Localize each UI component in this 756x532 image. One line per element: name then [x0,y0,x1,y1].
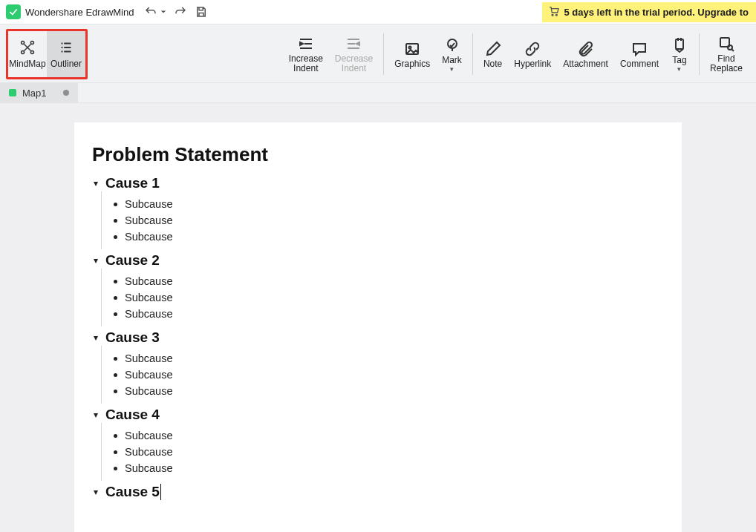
subcause-text[interactable]: Subcause [125,462,173,474]
svg-point-7 [409,46,411,48]
subcause-text[interactable]: Subcause [125,214,173,226]
bullet-icon [114,219,117,223]
trial-banner[interactable]: 5 days left in the trial period. Upgrade… [542,2,757,22]
svg-point-4 [22,50,25,53]
subcause-text[interactable]: Subcause [125,275,173,287]
workspace: Problem Statement ▾Cause 1SubcauseSubcau… [0,103,756,532]
svg-point-0 [552,14,553,16]
ribbon: MindMap Outliner Increase Indent Decreas… [0,24,756,83]
bullet-icon [114,434,117,438]
subcause-item[interactable]: Subcause [102,427,664,444]
undo-button[interactable] [144,5,157,19]
note-button[interactable]: Note [478,29,508,79]
undo-dropdown-icon[interactable] [160,5,166,19]
bullet-icon [114,296,117,300]
outline-cause: ▾Cause 2SubcauseSubcauseSubcause [92,252,664,326]
collapse-triangle-icon[interactable]: ▾ [92,410,100,420]
bullet-icon [114,203,117,206]
subcause-item[interactable]: Subcause [102,350,664,367]
subcause-item[interactable]: Subcause [102,444,664,460]
cause-title[interactable]: Cause 3 [105,329,160,346]
chevron-down-icon: ▾ [450,65,454,73]
subcause-item[interactable]: Subcause [102,383,664,399]
collapse-triangle-icon[interactable]: ▾ [92,255,100,266]
ribbon-group-indent: Increase Indent Decrease Indent [283,29,379,79]
subcause-item[interactable]: Subcause [102,306,664,322]
cause-header[interactable]: ▾Cause 4 [92,407,664,423]
ribbon-separator [383,33,384,75]
ribbon-group-insert1: Graphics Mark ▾ [388,29,468,79]
cart-icon [548,5,560,19]
subcause-text[interactable]: Subcause [125,308,173,320]
subcause-text[interactable]: Subcause [125,446,173,458]
subcause-list: SubcauseSubcauseSubcause [101,346,664,404]
subcause-item[interactable]: Subcause [102,273,664,289]
subcause-text[interactable]: Subcause [125,352,173,364]
bullet-icon [114,235,117,239]
mindmap-view-button[interactable]: MindMap [8,31,47,77]
find-replace-label: Find Replace [710,54,743,73]
tag-button[interactable]: Tag ▾ [665,29,694,79]
attachment-button[interactable]: Attachment [557,29,614,79]
subcause-text[interactable]: Subcause [125,430,173,441]
subcause-item[interactable]: Subcause [102,460,664,476]
mark-label: Mark [442,56,462,65]
cause-title[interactable]: Cause 2 [105,252,160,269]
svg-point-5 [30,50,33,53]
increase-indent-button[interactable]: Increase Indent [283,29,329,79]
decrease-indent-button: Decrease Indent [329,29,379,79]
unsaved-dot-icon [63,90,69,96]
save-button[interactable] [195,5,208,19]
document-tab[interactable]: Map1 [0,83,78,102]
trial-text: 5 days left in the trial period. Upgrade… [564,7,749,18]
note-label: Note [483,59,502,69]
subcause-list: SubcauseSubcauseSubcause [101,269,664,326]
cause-title[interactable]: Cause 1 [105,175,160,191]
cause-header[interactable]: ▾Cause 1 [92,175,664,191]
attachment-label: Attachment [563,59,608,69]
cause-header[interactable]: ▾Cause 5 [92,484,664,500]
hyperlink-button[interactable]: Hyperlink [508,29,557,79]
comment-label: Comment [620,59,659,69]
cause-title[interactable]: Cause 4 [105,407,160,423]
comment-button[interactable]: Comment [614,29,665,79]
collapse-triangle-icon[interactable]: ▾ [92,487,100,497]
cause-header[interactable]: ▾Cause 2 [92,252,664,269]
subcause-item[interactable]: Subcause [102,229,664,245]
svg-point-2 [22,42,25,45]
outliner-view-button[interactable]: Outliner [47,31,85,77]
outline-title[interactable]: Problem Statement [92,143,664,166]
redo-button[interactable] [174,5,187,19]
increase-indent-label: Increase Indent [289,54,323,73]
bullet-icon [114,312,117,316]
bullet-icon [114,357,117,361]
document-tab-label: Map1 [22,88,47,99]
find-replace-button[interactable]: Find Replace [704,29,749,79]
cause-title[interactable]: Cause 5 [105,484,161,500]
document-icon [9,89,16,96]
subcause-text[interactable]: Subcause [125,198,173,210]
subcause-item[interactable]: Subcause [102,289,664,306]
subcause-text[interactable]: Subcause [125,369,173,381]
ribbon-group-insert2: Note Hyperlink Attachment Comment Tag ▾ [478,29,694,79]
subcause-item[interactable]: Subcause [102,196,664,212]
bullet-icon [114,373,117,377]
svg-point-3 [30,42,33,45]
subcause-text[interactable]: Subcause [125,231,173,243]
subcause-text[interactable]: Subcause [125,292,173,303]
mark-button[interactable]: Mark ▾ [436,29,468,79]
subcause-item[interactable]: Subcause [102,212,664,229]
graphics-button[interactable]: Graphics [388,29,436,79]
ribbon-separator [472,33,473,75]
subcause-text[interactable]: Subcause [125,385,173,397]
collapse-triangle-icon[interactable]: ▾ [92,332,100,343]
svg-point-1 [555,14,557,16]
outline-cause: ▾Cause 4SubcauseSubcauseSubcause [92,407,664,481]
outline-page[interactable]: Problem Statement ▾Cause 1SubcauseSubcau… [74,122,682,532]
bullet-icon [114,450,117,454]
decrease-indent-label: Decrease Indent [335,54,373,73]
hyperlink-label: Hyperlink [514,59,551,69]
collapse-triangle-icon[interactable]: ▾ [92,178,100,188]
cause-header[interactable]: ▾Cause 3 [92,329,664,346]
subcause-item[interactable]: Subcause [102,367,664,383]
